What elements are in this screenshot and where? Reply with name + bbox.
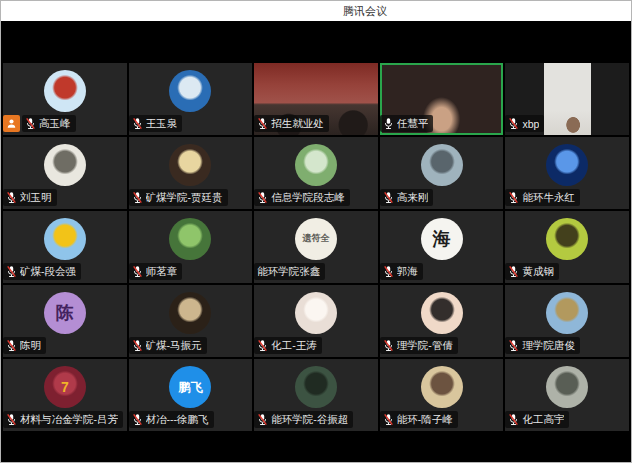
tile-status-row: 高来刚 [380, 189, 434, 206]
participant-name: 师茗章 [146, 265, 178, 279]
tile-status-row: 高玉峰 [3, 115, 76, 132]
participant-name: 能环-隋子峰 [397, 413, 453, 427]
participant-avatar [169, 70, 211, 112]
tile-status-row: 矿煤-马振元 [129, 337, 207, 354]
tile-status-row: 能环学院-谷振超 [254, 411, 353, 428]
participant-name: 招生就业处 [271, 117, 324, 131]
mic-muted-icon [132, 265, 143, 278]
participant-name: 任慧平 [397, 117, 429, 131]
participant-tile[interactable]: 能环学院-谷振超 [254, 359, 378, 431]
tile-status-row: 黄成钢 [505, 263, 559, 280]
participant-tile[interactable]: 矿煤-段会强 [3, 211, 127, 283]
participant-tile[interactable]: 刘玉明 [3, 137, 127, 209]
mic-muted-icon [132, 191, 143, 204]
name-chip: 招生就业处 [254, 115, 329, 132]
participant-name: 高来刚 [397, 191, 429, 205]
mic-muted-icon [6, 339, 17, 352]
name-chip: 陈明 [3, 337, 46, 354]
tile-status-row: 矿煤-段会强 [3, 263, 81, 280]
tile-status-row: 化工高宇 [505, 411, 569, 428]
mic-muted-icon [132, 413, 143, 426]
tile-status-row: 任慧平 [380, 115, 434, 132]
participant-tile[interactable]: 化工高宇 [505, 359, 629, 431]
participant-avatar [546, 144, 588, 186]
participant-avatar [169, 218, 211, 260]
participant-tile[interactable]: 王玉泉 [129, 63, 253, 135]
participant-tile[interactable]: 遗符全能环学院张鑫 [254, 211, 378, 283]
participant-name: 能环学院张鑫 [257, 265, 320, 279]
tile-status-row: 郭海 [380, 263, 423, 280]
tile-status-row: 刘玉明 [3, 189, 57, 206]
name-chip: 高来刚 [380, 189, 434, 206]
participant-tile[interactable]: 师茗章 [129, 211, 253, 283]
mic-muted-icon [508, 117, 519, 130]
name-chip: 师茗章 [129, 263, 183, 280]
mic-muted-icon [383, 339, 394, 352]
name-chip: xbp [505, 115, 544, 132]
participant-avatar [546, 366, 588, 408]
participant-tile[interactable]: 鹏飞材冶---徐鹏飞 [129, 359, 253, 431]
participant-tile[interactable]: 黄成钢 [505, 211, 629, 283]
mic-muted-icon [6, 191, 17, 204]
name-chip: 材冶---徐鹏飞 [129, 411, 214, 428]
participant-avatar: 遗符全 [295, 218, 337, 260]
participant-avatar [295, 366, 337, 408]
mic-muted-icon [257, 339, 268, 352]
participant-tile[interactable]: 理学院唐俊 [505, 285, 629, 357]
participant-tile[interactable]: 矿煤-马振元 [129, 285, 253, 357]
title-bar: 腾讯会议 [1, 1, 631, 21]
tile-status-row: 材料与冶金学院-吕芳 [3, 411, 123, 428]
participant-avatar [421, 144, 463, 186]
name-chip: 矿煤-段会强 [3, 263, 81, 280]
mic-muted-icon [6, 413, 17, 426]
participant-tile[interactable]: 化工-王涛 [254, 285, 378, 357]
participant-name: 王玉泉 [146, 117, 178, 131]
name-chip: 能环学院张鑫 [254, 263, 325, 280]
tile-status-row: 师茗章 [129, 263, 183, 280]
name-chip: 材料与冶金学院-吕芳 [3, 411, 123, 428]
participant-tile[interactable]: 能环-隋子峰 [380, 359, 504, 431]
participant-avatar [44, 70, 86, 112]
participant-name: 信息学院段志峰 [271, 191, 345, 205]
tile-status-row: 理学院-管倩 [380, 337, 458, 354]
participant-name: 矿煤-马振元 [146, 339, 202, 353]
participant-tile[interactable]: 海郭海 [380, 211, 504, 283]
participant-grid: 高玉峰王玉泉招生就业处任慧平xbp刘玉明矿煤学院-贾廷贵信息学院段志峰高来刚能环… [1, 61, 631, 433]
participant-tile[interactable]: 高玉峰 [3, 63, 127, 135]
participant-avatar [546, 292, 588, 334]
participant-tile[interactable]: 7材料与冶金学院-吕芳 [3, 359, 127, 431]
participant-tile[interactable]: 矿煤学院-贾廷贵 [129, 137, 253, 209]
participant-name: 黄成钢 [522, 265, 554, 279]
mic-muted-icon [25, 117, 36, 130]
participant-name: 化工高宇 [522, 413, 564, 427]
participant-tile[interactable]: 信息学院段志峰 [254, 137, 378, 209]
tile-status-row: 能环-隋子峰 [380, 411, 458, 428]
tile-status-row: 矿煤学院-贾廷贵 [129, 189, 228, 206]
mic-muted-icon [383, 191, 394, 204]
participant-name: 刘玉明 [20, 191, 52, 205]
participant-avatar [421, 366, 463, 408]
app-title: 腾讯会议 [343, 4, 387, 19]
participant-tile[interactable]: 高来刚 [380, 137, 504, 209]
tile-status-row: 信息学院段志峰 [254, 189, 350, 206]
mic-muted-icon [132, 117, 143, 130]
participant-tile[interactable]: 理学院-管倩 [380, 285, 504, 357]
participant-avatar: 海 [421, 218, 463, 260]
mic-muted-icon [508, 413, 519, 426]
tile-status-row: 能环学院张鑫 [254, 263, 325, 280]
name-chip: 理学院-管倩 [380, 337, 458, 354]
participant-tile[interactable]: xbp [505, 63, 629, 135]
tile-status-row: 招生就业处 [254, 115, 329, 132]
host-badge [3, 115, 20, 132]
participant-name: 材料与冶金学院-吕芳 [20, 413, 118, 427]
participant-avatar: 陈 [44, 292, 86, 334]
participant-avatar [44, 144, 86, 186]
tile-status-row: 化工-王涛 [254, 337, 322, 354]
participant-tile[interactable]: 陈陈明 [3, 285, 127, 357]
participant-tile[interactable]: 招生就业处 [254, 63, 378, 135]
participant-tile[interactable]: 任慧平 [380, 63, 504, 135]
participant-tile[interactable]: 能环牛永红 [505, 137, 629, 209]
name-chip: 信息学院段志峰 [254, 189, 350, 206]
name-chip: 刘玉明 [3, 189, 57, 206]
participant-avatar [169, 144, 211, 186]
